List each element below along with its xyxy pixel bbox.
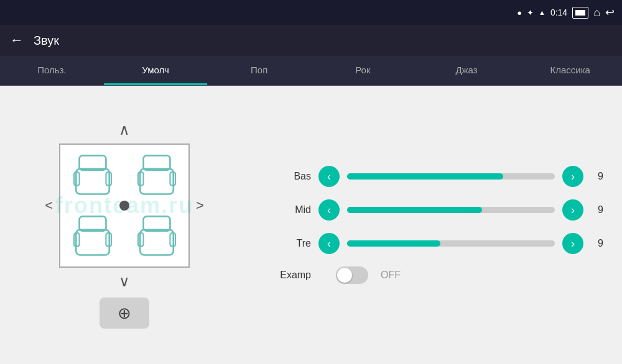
mid-value: 9 [591, 204, 603, 216]
seat-rear-right [124, 206, 188, 266]
tre-label: Tre [274, 238, 311, 249]
arrow-left-button[interactable]: < [45, 198, 53, 214]
car-diagram: frontcam.ru [59, 143, 190, 268]
mid-slider-fill [347, 207, 482, 213]
arrow-down-button[interactable]: ∨ [119, 273, 130, 290]
bluetooth-icon: ✦ [527, 8, 534, 17]
tab-dzhaz[interactable]: Джаз [415, 56, 519, 85]
tre-decrease-button[interactable]: ‹ [318, 233, 340, 254]
back-button[interactable]: ← [10, 32, 24, 48]
tab-polz[interactable]: Польз. [0, 56, 104, 85]
svg-rect-9 [79, 216, 106, 231]
svg-rect-8 [76, 229, 109, 255]
bas-label: Bas [274, 171, 311, 182]
top-bar: ← Звук [0, 25, 622, 56]
preset-button[interactable]: ⊕ [100, 298, 149, 329]
tre-increase-button[interactable]: › [562, 233, 583, 254]
status-icons: ● ✦ ▲ 0:14 ⌂ ↩ [517, 6, 615, 19]
center-dot [119, 201, 129, 211]
tre-row: Tre ‹ › 9 [274, 233, 603, 254]
tre-slider-fill [347, 240, 440, 247]
examp-state-label: OFF [381, 270, 401, 281]
tab-umolch[interactable]: Умолч [104, 56, 208, 85]
tab-rok[interactable]: Рок [311, 56, 415, 85]
examp-toggle[interactable] [336, 266, 368, 284]
toggle-knob [337, 268, 352, 283]
seat-front-right-icon [135, 152, 179, 199]
bas-increase-button[interactable]: › [562, 166, 583, 187]
left-panel: ∧ < frontcam.ru [0, 86, 249, 364]
mid-decrease-button[interactable]: ‹ [318, 199, 340, 221]
status-bar: ● ✦ ▲ 0:14 ⌂ ↩ [0, 0, 622, 25]
svg-rect-5 [143, 155, 170, 170]
bas-slider-fill [347, 173, 503, 180]
svg-rect-13 [143, 216, 170, 231]
examp-label: Examp [274, 270, 311, 281]
tre-value: 9 [591, 238, 603, 249]
main-content: ∧ < frontcam.ru [0, 86, 622, 364]
bas-slider-track[interactable] [347, 173, 555, 180]
mid-row: Mid ‹ › 9 [274, 199, 603, 221]
tab-klassika[interactable]: Классика [518, 56, 622, 85]
seat-front-left [60, 145, 124, 206]
preset-icon: ⊕ [118, 304, 131, 323]
tre-slider-track[interactable] [347, 240, 555, 247]
status-back-icon[interactable]: ↩ [605, 6, 615, 19]
mid-increase-button[interactable]: › [562, 199, 583, 221]
mid-slider-track[interactable] [347, 207, 555, 213]
examp-row: Examp OFF [274, 266, 603, 284]
seat-rear-left [60, 206, 124, 266]
car-diagram-wrapper: < frontcam.ru [45, 143, 204, 268]
arrow-up-button[interactable]: ∧ [119, 121, 130, 139]
svg-rect-12 [140, 229, 174, 255]
right-panel: Bas ‹ › 9 Mid ‹ › 9 Tre ‹ › 9 [249, 86, 622, 364]
bas-value: 9 [591, 171, 603, 182]
svg-rect-4 [140, 168, 174, 194]
battery-icon [572, 7, 588, 19]
status-time: 0:14 [550, 7, 567, 17]
seat-front-right [124, 145, 188, 206]
signal-icon: ▲ [539, 9, 545, 16]
page-title: Звук [34, 34, 59, 48]
tab-pop[interactable]: Поп [207, 56, 311, 85]
bas-decrease-button[interactable]: ‹ [318, 166, 340, 187]
seat-front-left-icon [71, 152, 114, 199]
svg-rect-1 [79, 155, 106, 170]
svg-rect-0 [76, 168, 109, 194]
home-icon[interactable]: ⌂ [593, 6, 600, 19]
seat-rear-right-icon [135, 213, 179, 260]
arrow-right-button[interactable]: > [196, 198, 204, 214]
bas-row: Bas ‹ › 9 [274, 166, 603, 187]
seat-rear-left-icon [71, 213, 114, 260]
gps-icon: ● [517, 8, 522, 17]
tab-bar: Польз. Умолч Поп Рок Джаз Классика [0, 56, 622, 86]
mid-label: Mid [274, 204, 311, 216]
